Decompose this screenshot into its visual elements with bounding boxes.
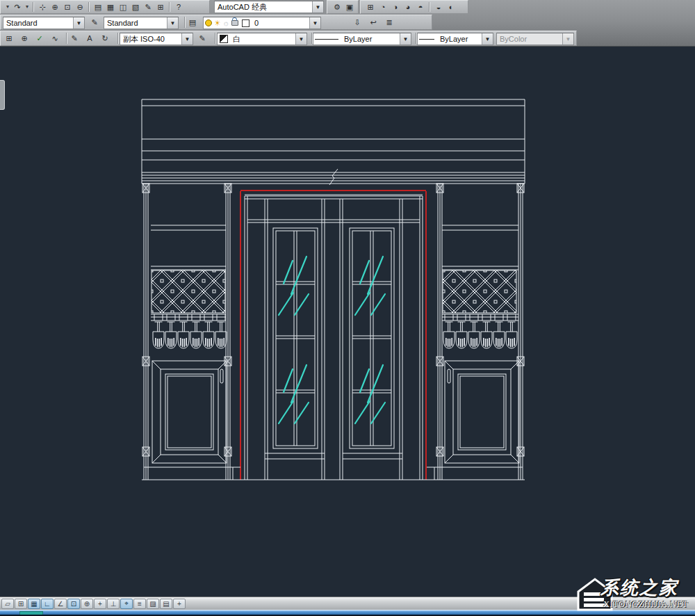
color-value: 白 <box>230 34 295 44</box>
toolbar-separator <box>66 33 67 44</box>
dropdown-arrow-icon: ▼ <box>400 33 411 44</box>
statusbar-button-ortho-mode[interactable]: ∟ <box>41 599 54 609</box>
right-cabinet-door <box>445 361 519 463</box>
layer-on-bulb-icon <box>205 19 212 26</box>
redo-icon[interactable]: ↷ <box>11 1 24 13</box>
toolbar-dock: ▾ ↷ ▾ ⊹ ⊕ ⊡ ⊖ ▤ ▦ ◫ ▧ ✎ ⊞ ? AutoCAD 经典 <box>0 0 695 47</box>
ucs-previous-icon[interactable]: ◐ <box>445 1 457 13</box>
quickcalc-icon[interactable]: ⊞ <box>154 1 167 13</box>
right-wine-bay <box>442 225 519 463</box>
text-style-icon[interactable]: A <box>83 33 96 44</box>
statusbar-button-quick-properties[interactable]: ▤ <box>160 599 172 609</box>
statusbar-button-dynamic-input[interactable]: ⌖ <box>120 599 133 609</box>
door-red-outline <box>240 191 426 480</box>
workspace-save-icon[interactable]: ▣ <box>343 1 356 13</box>
zoom-window-icon[interactable]: ⊡ <box>61 1 74 13</box>
view-iso-icon[interactable]: ◓ <box>414 1 427 13</box>
workspace-tools: ⚙ ▣ <box>327 0 359 14</box>
ucs-world-icon[interactable]: ◒ <box>432 1 445 13</box>
plot-style-combobox[interactable]: ByColor ▼ <box>496 33 574 45</box>
left-cabinet-door <box>152 361 227 463</box>
standard-toolbar: ▾ ↷ ▾ ⊹ ⊕ ⊡ ⊖ ▤ ▦ ◫ ▧ ✎ ⊞ ? <box>0 0 210 14</box>
workspace-value: AutoCAD 经典 <box>215 2 312 13</box>
dropdown-arrow-icon: ▼ <box>482 33 493 44</box>
style2-value: Standard <box>104 19 167 27</box>
dropdown-arrow-icon: ▼ <box>167 17 178 29</box>
properties-palette-icon[interactable]: ▤ <box>92 1 104 13</box>
color-combobox[interactable]: 白 ▼ <box>217 33 307 45</box>
toolbar-separator <box>117 33 119 44</box>
style-combobox[interactable]: Standard ▼ <box>3 17 85 29</box>
markup-set-manager-icon[interactable]: ✎ <box>142 1 154 13</box>
model-space-canvas[interactable] <box>0 47 695 597</box>
viewports-icon[interactable]: ⊞ <box>364 1 377 13</box>
toolbar-row-standard: ▾ ↷ ▾ ⊹ ⊕ ⊡ ⊖ ▤ ▦ ◫ ▧ ✎ ⊞ ? AutoCAD 经典 <box>0 0 695 14</box>
command-dock-strip <box>0 610 695 615</box>
view-side-icon[interactable]: ◕ <box>402 1 414 13</box>
layer-states-icon[interactable]: ≣ <box>383 17 395 29</box>
style-value: Standard <box>3 19 73 27</box>
plinth-and-floor <box>142 467 525 480</box>
dropdown-arrow-icon: ▼ <box>309 17 320 29</box>
statusbar-button-grid-display[interactable]: ▦ <box>28 599 40 609</box>
layer-previous-icon[interactable]: ↩ <box>367 17 379 29</box>
match-properties-icon[interactable]: ✎ <box>196 33 208 44</box>
view-front-icon[interactable]: ◑ <box>389 1 402 13</box>
linetype-sample-icon <box>315 39 338 40</box>
layer-freeze-icon: ☼ <box>222 19 229 27</box>
lineweight-value: ByLayer <box>437 35 482 43</box>
dim-style-combobox[interactable]: 副本 ISO-40 ▼ <box>120 33 193 45</box>
statusbar-button-selection-cycling[interactable]: + <box>173 599 186 609</box>
toolbar-separator <box>169 2 170 12</box>
statusbar-button-lineweight-display[interactable]: ≡ <box>133 599 146 609</box>
statusbar-button-dynamic-ucs[interactable]: ⊥ <box>107 599 120 609</box>
toolbar-row-properties: ⊞ ⊕ ✓ ∿ ✎ A ↻ 副本 ISO-40 ▼ ✎ 白 ▼ ByLay <box>0 31 695 46</box>
sheet-set-manager-icon[interactable]: ▧ <box>129 1 142 13</box>
zoom-previous-icon[interactable]: ⊖ <box>74 1 86 13</box>
statusbar-button-object-snap[interactable]: ⊡ <box>67 599 80 609</box>
pan-icon[interactable]: ⊹ <box>36 1 49 13</box>
layer-combobox[interactable]: ☀ ☼ 0 ▼ <box>203 17 321 29</box>
edit-dimension-icon[interactable]: ✎ <box>68 33 81 44</box>
view-top-icon[interactable]: ◔ <box>377 1 389 13</box>
lineweight-combobox[interactable]: ByLayer ▼ <box>417 33 493 45</box>
statusbar-button-polar-tracking[interactable]: ∠ <box>54 599 67 609</box>
statusbar-button-object-snap-3d[interactable]: ⊕ <box>81 599 93 609</box>
view-toolbar: ⊞ ◔ ◑ ◕ ◓ ◒ ◐ <box>360 0 468 14</box>
redo-dropdown-arrow-icon[interactable]: ▾ <box>24 1 31 13</box>
help-icon[interactable]: ? <box>172 1 185 13</box>
designcenter-icon[interactable]: ▦ <box>104 1 117 13</box>
point-style-icon[interactable]: ⊕ <box>18 33 31 44</box>
toolbar-row-styles-layers: Standard ▼ ✎ Standard ▼ ▤ ☀ ☼ 0 ▼ ⇩ ↩ ≣ <box>0 15 695 30</box>
statusbar-button-snap-mode[interactable]: ⊞ <box>15 599 27 609</box>
undo-dropdown-arrow-icon[interactable]: ▾ <box>4 1 11 13</box>
make-object-layer-current-icon[interactable]: ⇩ <box>351 17 363 29</box>
toolbar-separator <box>429 2 430 12</box>
linetype-combobox[interactable]: ByLayer ▼ <box>313 33 411 45</box>
revision-cloud-icon[interactable]: ∿ <box>49 33 61 44</box>
wine-lattice <box>152 270 225 313</box>
statusbar-button-object-snap-tracking[interactable]: + <box>94 599 106 609</box>
dimension-update-icon[interactable]: ↻ <box>99 33 111 44</box>
tool-palettes-icon[interactable]: ◫ <box>117 1 129 13</box>
zoom-realtime-icon[interactable]: ⊕ <box>49 1 61 13</box>
left-wine-bay <box>151 225 227 463</box>
apply-style-icon[interactable]: ✎ <box>88 17 101 29</box>
dropdown-arrow-icon: ▼ <box>312 1 323 13</box>
statusbar-button-transparency-display[interactable]: ▨ <box>147 599 159 609</box>
workspace-settings-gear-icon[interactable]: ⚙ <box>331 1 343 13</box>
quick-dimension-icon[interactable]: ✓ <box>33 33 46 44</box>
table-style-icon[interactable]: ⊞ <box>3 33 15 44</box>
style2-combobox[interactable]: Standard ▼ <box>104 17 179 29</box>
dropdown-arrow-icon: ▼ <box>295 33 306 44</box>
layer-thaw-sun-icon: ☀ <box>214 19 221 28</box>
statusbar-button-infer-constraints[interactable]: ▱ <box>1 599 14 609</box>
layer-properties-manager-icon[interactable]: ▤ <box>186 17 199 29</box>
wine-lattice <box>443 270 516 313</box>
right-cabinet-handle <box>448 369 450 383</box>
plot-style-value: ByColor <box>497 35 562 43</box>
workspace-combobox[interactable]: AutoCAD 经典 ▼ <box>214 1 324 13</box>
drafting-status-bar: ▱ ⊞ ▦ ∟ ∠ ⊡ ⊕ + ⊥ ⌖ ≡ ▨ ▤ + <box>0 597 695 610</box>
toolbar-separator <box>33 2 34 12</box>
layer-unlock-icon <box>231 20 238 26</box>
